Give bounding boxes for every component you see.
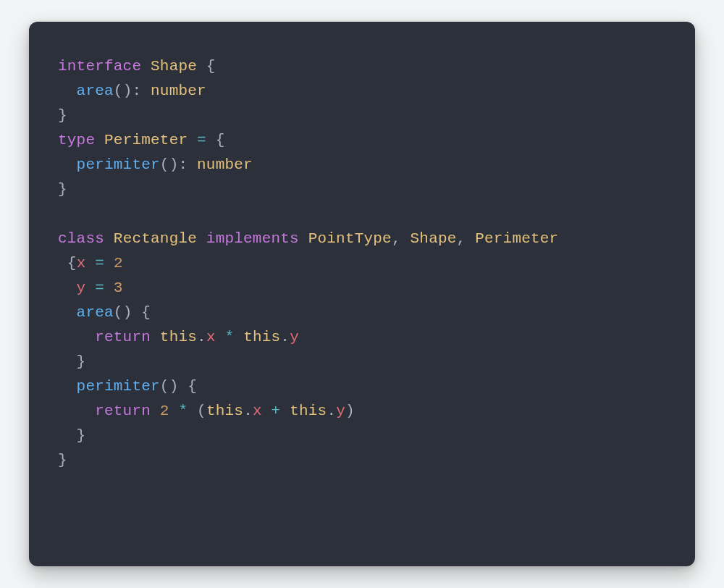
brace-close: } [58,452,67,469]
op-plus: + [272,403,281,419]
keyword-return: return [95,329,151,345]
parens: () [114,83,132,99]
type-shape: Shape [411,230,457,247]
op-mul: * [178,403,188,419]
number-2: 2 [160,403,169,419]
type-perimeter: Perimeter [104,132,188,148]
dot: . [197,329,206,345]
op-assign: = [197,132,206,148]
parens: () [160,156,179,173]
op-mul: * [225,329,235,345]
prop-y: y [290,329,299,345]
type-perimeter: Perimeter [475,230,558,247]
prop-x: x [206,329,216,345]
brace-close: } [77,353,86,370]
type-number: number [197,156,253,173]
keyword-class: class [58,230,104,247]
number-3: 3 [114,280,123,296]
brace-close: } [77,427,86,444]
parens: () [114,304,132,321]
method-perimiter: perimiter [77,378,160,395]
keyword-return: return [95,403,151,419]
paren-open: ( [197,403,206,419]
brace-open: { [216,132,225,148]
brace-open: { [141,304,151,321]
type-rectangle: Rectangle [114,230,197,247]
keyword-this: this [243,329,280,345]
paren-close: ) [345,403,355,419]
code-block: interface Shape { area(): number } type … [58,54,666,473]
op-assign: = [95,280,104,296]
brace-open: { [188,378,197,395]
brace-open: { [67,255,77,272]
code-snippet-card: interface Shape { area(): number } type … [29,22,695,566]
keyword-interface: interface [58,58,141,75]
brace-close: } [58,181,67,198]
parens: () [160,378,179,395]
dot: . [327,403,336,419]
type-number: number [151,83,206,99]
prop-x: x [77,255,86,272]
prop-y: y [77,280,86,296]
brace-open: { [206,58,216,75]
keyword-implements: implements [206,230,299,247]
type-pointtype: PointType [308,230,392,247]
prop-y: y [336,403,345,419]
colon: : [132,83,141,99]
keyword-type: type [58,132,95,148]
type-shape: Shape [151,58,197,75]
op-assign: = [95,255,104,272]
number-2: 2 [114,255,123,272]
keyword-this: this [290,403,327,419]
method-area: area [77,304,114,321]
method-area: area [77,83,114,99]
comma: , [392,230,401,247]
prop-x: x [253,403,262,419]
keyword-this: this [160,329,197,345]
method-perimiter: perimiter [77,156,160,173]
comma: , [457,230,466,247]
colon: : [178,156,188,173]
brace-close: } [58,107,67,124]
keyword-this: this [206,403,243,419]
dot: . [243,403,253,419]
dot: . [280,329,290,345]
